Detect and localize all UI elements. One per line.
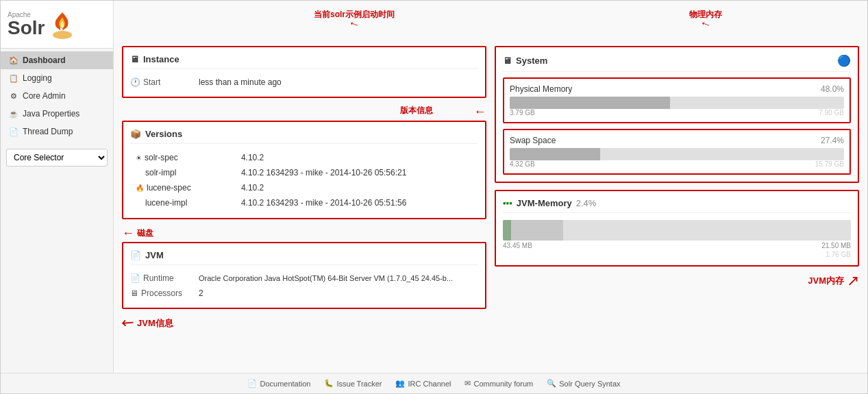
java-properties-label: Java Properties (23, 109, 79, 119)
issue-tracker-label: Issue Tracker (336, 380, 382, 388)
jvm-memory-icon: ▪▪▪ (503, 198, 512, 208)
main-layout: Apache Solr 🏠 Dashboard (1, 1, 867, 373)
sidebar-item-logging[interactable]: 📋 Logging (1, 69, 113, 87)
physical-memory-total: 7.90 GB (819, 109, 844, 116)
jvm-info-annotation: ↗ JVM信息 (122, 315, 486, 332)
table-row: 🔥 lucene-spec 4.10.2 (132, 181, 477, 195)
instance-start-label: 🕐 Start (130, 77, 199, 87)
jvm-runtime-label: 📄 Runtime (130, 273, 199, 283)
physical-memory-header: Physical Memory 48.0% (510, 84, 844, 94)
version-value: 4.10.2 (237, 151, 477, 164)
sidebar-navigation: 🏠 Dashboard 📋 Logging ⚙ Core Admin ☕ Jav… (1, 49, 113, 143)
community-forum-icon: ✉ (464, 379, 471, 388)
jvm-memory-labels: 43.45 MB 21.50 MB (503, 242, 851, 249)
swap-space-panel: Swap Space 27.4% 4.32 GB 15.79 GB (503, 129, 851, 175)
dashboard-label: Dashboard (23, 56, 66, 65)
system-title: 🖥 System 🔵 (503, 54, 851, 72)
logo-text: Apache Solr (8, 11, 45, 38)
jvm-memory-total: 1.76 GB (503, 251, 851, 258)
irc-channel-icon: 👥 (395, 379, 405, 388)
core-admin-label: Core Admin (23, 91, 66, 101)
content-area: 当前solr示例启动时间 → 物理内存 → 🖥 Instance (114, 1, 867, 373)
core-selector-area: Core Selector (6, 149, 108, 167)
system-title-left: 🖥 System (503, 56, 547, 66)
versions-icon: 📦 (130, 129, 141, 139)
logging-label: Logging (23, 73, 52, 83)
version-value: 4.10.2 1634293 - mike - 2014-10-26 05:51… (237, 196, 477, 210)
swap-space-header: Swap Space 27.4% (510, 136, 844, 145)
sidebar-item-java-properties[interactable]: ☕ Java Properties (1, 105, 113, 123)
swap-space-label: Swap Space (510, 136, 556, 145)
power-icon[interactable]: 🔵 (837, 54, 851, 67)
physical-memory-percent: 48.0% (821, 84, 844, 94)
table-row: ☀ solr-spec 4.10.2 (132, 151, 477, 164)
footer-irc-channel-link[interactable]: 👥 IRC Channel (395, 379, 451, 388)
version-value: 4.10.2 1634293 - mike - 2014-10-26 05:56… (237, 166, 477, 180)
footer-issue-tracker-link[interactable]: 🐛 Issue Tracker (324, 379, 382, 388)
jvm-runtime-value: Oracle Corporation Java HotSpot(TM) 64-B… (199, 274, 453, 282)
versions-panel: 📦 Versions ☀ solr-spec 4.10.2 (122, 121, 486, 219)
disk-annotation-row: ← 磁盘 (122, 226, 486, 241)
sidebar-item-core-admin[interactable]: ⚙ Core Admin (1, 87, 113, 105)
jvm-processors-row: 🖥 Processors 2 (130, 286, 478, 301)
jvm-memory-panel: ▪▪▪ JVM-Memory 2.4% 43. (495, 190, 859, 267)
sidebar-item-dashboard[interactable]: 🏠 Dashboard (1, 51, 113, 69)
footer-solr-query-syntax-link[interactable]: 🔍 Solr Query Syntax (547, 379, 620, 388)
swap-space-total: 15.79 GB (815, 160, 844, 168)
physical-memory-used: 3.79 GB (510, 109, 535, 116)
right-column: 🖥 System 🔵 Physical Memory 48.0% (495, 46, 859, 332)
issue-tracker-icon: 🐛 (324, 379, 334, 388)
version-value: 4.10.2 (237, 181, 477, 195)
swap-space-used: 4.32 GB (510, 160, 535, 168)
sidebar-item-thread-dump[interactable]: 📄 Thread Dump (1, 123, 113, 140)
jvm-memory-title: ▪▪▪ JVM-Memory 2.4% (503, 198, 851, 213)
footer: 📄 Documentation 🐛 Issue Tracker 👥 IRC Ch… (1, 373, 867, 393)
content-grid: 🖥 Instance 🕐 Start less than a minute ag… (122, 46, 859, 332)
jvm-memory-secondary: 21.50 MB (821, 242, 851, 249)
swap-space-sizes: 4.32 GB 15.79 GB (510, 160, 844, 168)
annotation-start-time: 当前solr示例启动时间 → (314, 9, 395, 32)
jvm-memory-percent: 2.4% (576, 198, 597, 208)
solr-flame-icon (49, 9, 76, 40)
annotation-physical-memory: 物理内存 → (689, 9, 722, 32)
versions-title: 📦 Versions (130, 129, 478, 144)
physical-memory-sizes: 3.79 GB 7.90 GB (510, 109, 844, 116)
svg-point-0 (53, 31, 72, 39)
thread-dump-label: Thread Dump (23, 127, 73, 136)
version-annotation-row: 版本信息 → (122, 105, 486, 119)
solr-label: Solr (8, 19, 45, 38)
swap-space-percent: 27.4% (821, 136, 844, 145)
solr-spec-icon: ☀ (136, 154, 142, 162)
jvm-runtime-row: 📄 Runtime Oracle Corporation Java HotSpo… (130, 271, 478, 286)
runtime-icon: 📄 (130, 273, 140, 283)
jvm-memory-bar-inner (503, 220, 511, 241)
physical-memory-label: Physical Memory (510, 84, 572, 94)
version-name: solr-impl (132, 166, 207, 180)
core-admin-icon: ⚙ (9, 91, 18, 101)
solr-query-syntax-label: Solr Query Syntax (559, 380, 620, 388)
swap-space-bar-inner (510, 148, 600, 160)
community-forum-label: Community forum (473, 380, 533, 388)
core-selector-dropdown[interactable]: Core Selector (6, 149, 108, 167)
instance-start-row: 🕐 Start less than a minute ago (130, 75, 478, 90)
jvm-memory-bar-secondary (511, 220, 563, 241)
documentation-label: Documentation (260, 380, 310, 388)
jvm-processors-value: 2 (199, 288, 203, 298)
footer-community-forum-link[interactable]: ✉ Community forum (464, 379, 533, 388)
jvm-processors-label: 🖥 Processors (130, 288, 199, 298)
irc-channel-label: IRC Channel (408, 380, 451, 388)
physical-memory-bar-outer (510, 97, 844, 109)
physical-memory-panel: Physical Memory 48.0% 3.79 GB 7.90 GB (503, 77, 851, 123)
logo-area: Apache Solr (1, 1, 113, 49)
footer-documentation-link[interactable]: 📄 Documentation (247, 379, 310, 388)
jvm-memory-bar-outer (503, 220, 851, 241)
versions-table: ☀ solr-spec 4.10.2 solr-impl 4.10.2 1634… (130, 149, 478, 211)
start-icon: 🕐 (130, 77, 140, 87)
table-row: lucene-impl 4.10.2 1634293 - mike - 2014… (132, 196, 477, 210)
logging-icon: 📋 (9, 73, 18, 83)
processor-icon: 🖥 (130, 288, 138, 298)
system-icon: 🖥 (503, 56, 512, 66)
system-panel: 🖥 System 🔵 Physical Memory 48.0% (495, 46, 859, 183)
left-column: 🖥 Instance 🕐 Start less than a minute ag… (122, 46, 486, 332)
thread-dump-icon: 📄 (9, 127, 18, 136)
